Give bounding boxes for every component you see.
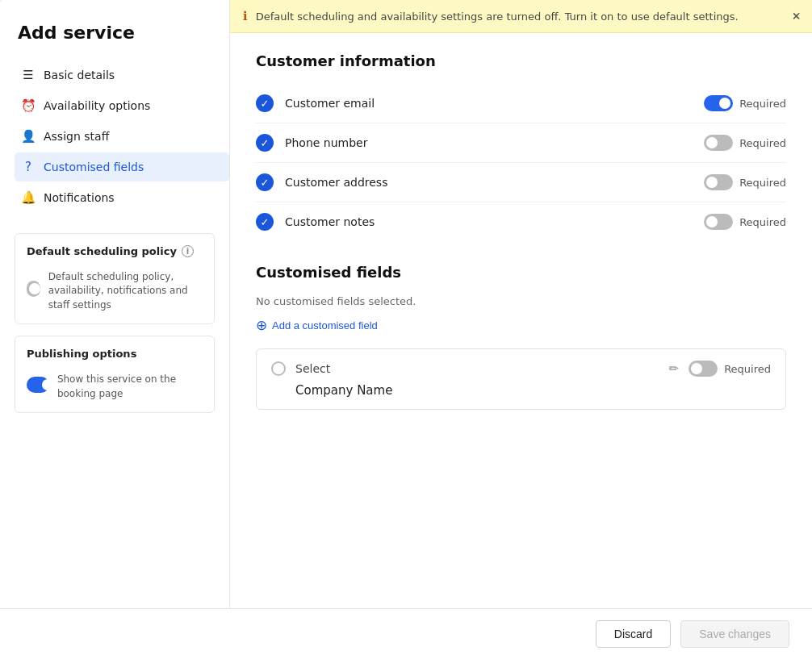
notes-label: Customer notes bbox=[285, 215, 704, 228]
nav-label: Notifications bbox=[44, 191, 115, 204]
customer-notes-row: ✓ Customer notes Required bbox=[256, 202, 786, 241]
person-icon: 👤 bbox=[21, 129, 36, 144]
plus-circle-icon: ⊕ bbox=[256, 317, 267, 334]
notes-toggle[interactable] bbox=[704, 214, 733, 230]
custom-field-row: Select ✏ Required bbox=[271, 361, 771, 377]
save-changes-button[interactable]: Save changes bbox=[680, 620, 789, 648]
publishing-options-section: Publishing options Show this service on … bbox=[15, 336, 215, 413]
modal-footer: Discard Save changes bbox=[0, 608, 812, 659]
nav-label: Availability options bbox=[44, 99, 150, 112]
customer-address-row: ✓ Customer address Required bbox=[256, 163, 786, 202]
info-banner: ℹ Default scheduling and availability se… bbox=[230, 0, 812, 33]
field-name: Company Name bbox=[271, 383, 771, 398]
notes-required-toggle: Required bbox=[704, 214, 786, 230]
scheduling-title: Default scheduling policy i bbox=[27, 245, 203, 257]
bell-icon: 🔔 bbox=[21, 190, 36, 205]
notes-check-icon: ✓ bbox=[256, 213, 274, 231]
field-select-label: Select bbox=[295, 362, 659, 375]
question-icon: ? bbox=[21, 160, 36, 174]
scheduling-toggle-row: Default scheduling policy, availability,… bbox=[27, 265, 203, 312]
email-check-icon: ✓ bbox=[256, 94, 274, 112]
no-fields-text: No customised fields selected. bbox=[256, 295, 786, 307]
edit-icon[interactable]: ✏ bbox=[669, 361, 680, 376]
address-toggle[interactable] bbox=[704, 174, 733, 190]
card-required-toggle: Required bbox=[689, 361, 771, 377]
sidebar-nav: ☰ Basic details ⏰ Availability options 👤… bbox=[15, 60, 229, 214]
field-radio[interactable] bbox=[271, 361, 286, 376]
customer-email-row: ✓ Customer email Required bbox=[256, 84, 786, 123]
notes-required-label: Required bbox=[739, 216, 786, 228]
nav-label: Customised fields bbox=[44, 161, 144, 173]
phone-required-toggle: Required bbox=[704, 135, 786, 151]
publishing-title: Publishing options bbox=[27, 348, 203, 360]
scheduling-toggle[interactable] bbox=[27, 281, 40, 297]
customer-info-header: Customer information bbox=[256, 52, 786, 69]
customer-info-section: Customer information ✓ Customer email Re… bbox=[256, 52, 786, 241]
clock-icon: ⏰ bbox=[21, 98, 36, 113]
address-check-icon: ✓ bbox=[256, 173, 274, 191]
custom-field-card: Select ✏ Required Company Name bbox=[256, 348, 786, 410]
add-field-label: Add a customised field bbox=[272, 319, 378, 332]
card-required-toggle-input[interactable] bbox=[689, 361, 718, 377]
discard-button[interactable]: Discard bbox=[596, 620, 671, 648]
banner-info-icon: ℹ bbox=[243, 9, 248, 23]
email-label: Customer email bbox=[285, 97, 704, 110]
customised-fields-header: Customised fields bbox=[256, 264, 786, 281]
sidebar-title: Add service bbox=[15, 23, 229, 43]
add-customised-field-button[interactable]: ⊕ Add a customised field bbox=[256, 317, 378, 334]
phone-number-row: ✓ Phone number Required bbox=[256, 123, 786, 163]
add-service-modal: × Add service ☰ Basic details ⏰ Availabi… bbox=[0, 0, 812, 659]
content-scroll: Customer information ✓ Customer email Re… bbox=[230, 33, 812, 608]
close-button[interactable]: × bbox=[792, 8, 801, 25]
sidebar-item-notifications[interactable]: 🔔 Notifications bbox=[15, 183, 229, 212]
sidebar-item-customised-fields[interactable]: ? Customised fields bbox=[15, 152, 229, 181]
default-scheduling-section: Default scheduling policy i Default sche… bbox=[15, 233, 215, 324]
nav-label: Basic details bbox=[44, 69, 115, 81]
phone-label: Phone number bbox=[285, 136, 704, 149]
modal-body: Add service ☰ Basic details ⏰ Availabili… bbox=[0, 0, 812, 608]
address-required-toggle: Required bbox=[704, 174, 786, 190]
phone-check-icon: ✓ bbox=[256, 134, 274, 152]
main-content: ℹ Default scheduling and availability se… bbox=[230, 0, 812, 608]
customised-fields-section: Customised fields No customised fields s… bbox=[256, 264, 786, 410]
phone-required-label: Required bbox=[739, 137, 786, 149]
email-toggle[interactable] bbox=[704, 95, 733, 111]
phone-toggle[interactable] bbox=[704, 135, 733, 151]
banner-text: Default scheduling and availability sett… bbox=[256, 10, 739, 23]
publishing-toggle-row: Show this service on the booking page bbox=[27, 368, 203, 401]
sidebar-item-assign-staff[interactable]: 👤 Assign staff bbox=[15, 122, 229, 151]
info-icon[interactable]: i bbox=[182, 245, 194, 257]
sidebar: Add service ☰ Basic details ⏰ Availabili… bbox=[0, 0, 230, 608]
email-required-toggle: Required bbox=[704, 95, 786, 111]
hamburger-icon: ☰ bbox=[21, 68, 36, 82]
email-required-label: Required bbox=[739, 98, 786, 110]
publishing-show-label: Show this service on the booking page bbox=[57, 373, 203, 401]
address-label: Customer address bbox=[285, 176, 704, 189]
card-required-label: Required bbox=[724, 363, 771, 375]
sidebar-item-basic-details[interactable]: ☰ Basic details bbox=[15, 60, 229, 90]
sidebar-item-availability-options[interactable]: ⏰ Availability options bbox=[15, 91, 229, 120]
address-required-label: Required bbox=[739, 177, 786, 189]
nav-label: Assign staff bbox=[44, 130, 109, 143]
scheduling-desc: Default scheduling policy, availability,… bbox=[48, 270, 203, 312]
publishing-toggle[interactable] bbox=[27, 377, 49, 393]
